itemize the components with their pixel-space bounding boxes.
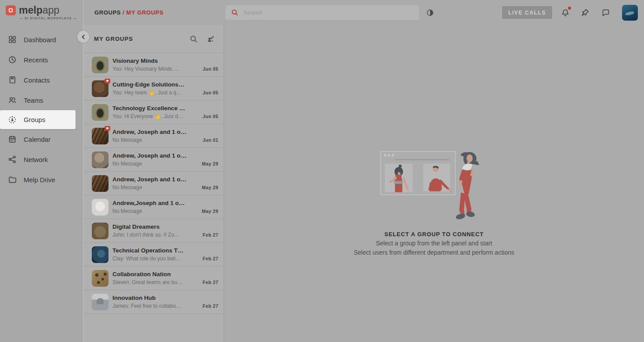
last-message-date: Jun 05 (203, 66, 218, 72)
group-avatar-seal-photo (92, 151, 109, 168)
groups-dots-icon (8, 115, 17, 124)
sidebar-item-label: Teams (24, 97, 43, 104)
sidebar-item-label: Network (24, 156, 48, 163)
breadcrumb: GROUPS / MY GROUPS (94, 9, 163, 16)
sidebar-item-dashboard[interactable]: Dashboard (0, 29, 83, 50)
group-row-digital-dreamers[interactable]: Digital Dreamers John: I don't think so.… (83, 219, 224, 243)
group-avatar-whale-photo (92, 294, 109, 310)
group-avatar-bear-photo (92, 223, 109, 239)
breadcrumb-separator: / (123, 9, 124, 16)
group-row-andrew-joseph-1[interactable]: Andrew, Joseph and 1 o… No Message Jun 0… (83, 124, 224, 148)
group-row-technical-operations[interactable]: Technical Operations T… Clay: What role … (83, 243, 224, 266)
live-call-badge-icon (105, 126, 110, 131)
sidebar-item-label: Melp Drive (24, 176, 55, 184)
panel-search-icon[interactable] (189, 35, 198, 43)
group-row-innovation-hub[interactable]: Innovation Hub James: Feel free to colla… (83, 290, 224, 314)
group-row-andrew-joseph-4[interactable]: Andrew,Joseph and 1 o… No Message May 29 (83, 195, 224, 219)
breadcrumb-my-groups[interactable]: MY GROUPS (127, 9, 164, 16)
sidebar-nav: Dashboard Recents Contacts Teams (0, 28, 83, 190)
last-message-date: Feb 27 (203, 303, 218, 309)
contacts-book-icon (8, 76, 17, 84)
app-logo[interactable]: melpapp — AI DIGITAL WORKPLACE — (0, 0, 83, 28)
group-avatar-tigers-photo (92, 175, 109, 192)
group-avatar-owl-photo (92, 57, 109, 73)
sidebar-item-melp-drive[interactable]: Melp Drive (0, 169, 83, 190)
last-message-date: May 29 (202, 209, 218, 214)
calendar-icon (8, 135, 17, 144)
sidebar-item-teams[interactable]: Teams (0, 90, 83, 110)
breadcrumb-groups[interactable]: GROUPS (94, 9, 121, 16)
last-message-date: May 29 (202, 161, 218, 166)
empty-state-illustration (379, 148, 489, 222)
panel-title: MY GROUPS (94, 36, 189, 42)
sidebar-item-groups[interactable]: Groups (0, 110, 76, 129)
sidebar-item-label: Contacts (24, 76, 50, 84)
empty-state-line2: Select users from different department a… (354, 249, 514, 256)
sidebar-item-label: Recents (24, 56, 48, 64)
last-message-date: Jun 05 (203, 90, 218, 95)
melp-app-window: melpapp — AI DIGITAL WORKPLACE — Dashboa… (0, 0, 644, 342)
empty-state: SELECT A GROUP TO CONNECT Select a group… (354, 148, 514, 256)
notifications-bell-icon[interactable] (561, 8, 570, 17)
group-row-andrew-joseph-3[interactable]: Andrew, Joseph and 1 o… No Message May 2… (83, 172, 224, 195)
sidebar-item-label: Calendar (24, 136, 51, 143)
sidebar: melpapp — AI DIGITAL WORKPLACE — Dashboa… (0, 0, 83, 342)
global-search-box[interactable] (225, 5, 419, 20)
group-row-collaboration-nation[interactable]: Collaboration Nation Steven: Great teams… (83, 266, 224, 290)
theme-toggle-moon-icon[interactable] (426, 9, 434, 17)
last-message-date: Jun 05 (203, 114, 218, 119)
empty-state-title: SELECT A GROUP TO CONNECT (354, 231, 514, 238)
top-bar: GROUPS / MY GROUPS LIVE CALLS (83, 0, 644, 25)
group-list: Visionary Minds You: Hey Visionary Minds… (83, 53, 224, 314)
last-message-date: Jun 01 (203, 137, 218, 143)
search-icon (231, 9, 239, 16)
logo-text: melpapp (19, 5, 59, 15)
sidebar-item-label: Dashboard (24, 36, 56, 43)
group-row-cutting-edge-solutions[interactable]: Cutting-Edge Solutions… You: Hey team 👋,… (83, 77, 224, 101)
network-nodes-icon (8, 155, 17, 164)
group-row-technology-excellence[interactable]: Technology Excellence … You: Hi Everyone… (83, 101, 224, 124)
teams-people-icon (8, 96, 17, 104)
live-call-badge-icon (105, 79, 110, 83)
sidebar-item-network[interactable]: Network (0, 149, 83, 169)
last-message-date: May 29 (202, 185, 218, 190)
main-content-area: SELECT A GROUP TO CONNECT Select a group… (224, 25, 644, 342)
group-avatar-leopard-photo (92, 270, 109, 287)
pin-icon[interactable] (581, 8, 590, 17)
folder-icon (8, 175, 17, 184)
group-avatar-owl-photo (92, 104, 109, 121)
notification-red-dot (568, 7, 571, 10)
my-groups-panel-header: MY GROUPS (83, 25, 224, 53)
last-message-date: Feb 27 (203, 232, 218, 238)
chevron-left-icon (81, 34, 86, 40)
sidebar-item-contacts[interactable]: Contacts (0, 70, 83, 90)
create-group-icon[interactable] (206, 35, 215, 43)
sidebar-item-calendar[interactable]: Calendar (0, 129, 83, 149)
group-row-visionary-minds[interactable]: Visionary Minds You: Hey Visionary Minds… (83, 53, 224, 77)
sidebar-item-label: Groups (24, 116, 45, 123)
live-calls-button[interactable]: LIVE CALLS (502, 6, 552, 19)
group-avatar-shark-photo (92, 246, 109, 263)
group-avatar-arctic-fox-photo (92, 199, 109, 216)
search-input[interactable] (243, 9, 402, 16)
sidebar-item-recents[interactable]: Recents (0, 50, 83, 70)
logo-tagline: — AI DIGITAL WORKPLACE — (20, 17, 83, 20)
last-message-date: Feb 27 (203, 256, 218, 261)
empty-state-line1: Select a group from the left panel and s… (354, 240, 514, 247)
melp-logo-icon (6, 5, 16, 15)
last-message-date: Feb 27 (203, 280, 218, 285)
chat-bubble-icon[interactable] (601, 8, 610, 17)
clock-icon (8, 55, 17, 64)
my-groups-panel: MY GROUPS Visionary Minds You: Hey Visio… (83, 25, 224, 342)
group-avatar-orangutan-photo (92, 80, 109, 97)
group-avatar-tigers-photo (92, 128, 109, 144)
collapse-panel-button[interactable] (77, 31, 89, 43)
user-avatar[interactable] (622, 5, 638, 21)
dashboard-grid-icon (8, 35, 17, 44)
group-row-andrew-joseph-2[interactable]: Andrew, Joseph and 1 o… No Message May 2… (83, 148, 224, 172)
